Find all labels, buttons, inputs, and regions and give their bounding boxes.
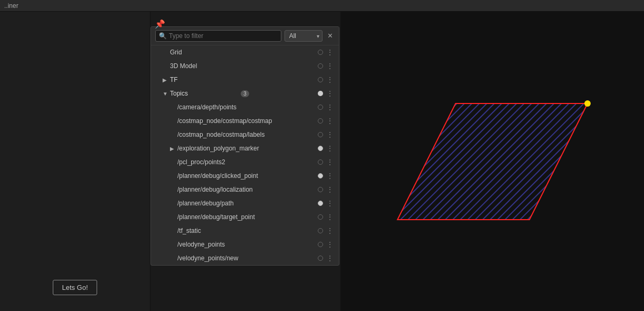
panel-header: 🔍 All Active Inactive × (151, 27, 339, 45)
item-label: /costmap_node/costmap/labels (177, 131, 318, 138)
list-item[interactable]: ▶ /exploration_polygon_marker ⋮ (151, 142, 339, 155)
status-dot (318, 146, 323, 151)
more-button[interactable]: ⋮ (325, 186, 335, 193)
more-button[interactable]: ⋮ (325, 158, 335, 166)
status-dot (318, 63, 323, 69)
topics-label: Topics (170, 90, 239, 97)
pin-icon: 📌 (155, 19, 165, 29)
topics-badge: 3 (241, 90, 249, 97)
item-label: /planner/debug/localization (177, 186, 318, 193)
more-button[interactable]: ⋮ (325, 213, 335, 221)
item-label: /planner/debug/path (177, 200, 318, 207)
item-label: Grid (170, 49, 318, 56)
main-area: Lets Go! 📌 🔍 All Active Inactive × (0, 12, 644, 311)
list-item[interactable]: /costmap_node/costmap/costmap ⋮ (151, 114, 339, 128)
item-label: /exploration_polygon_marker (177, 145, 318, 152)
status-dot (318, 228, 323, 233)
list-item[interactable]: 3D Model ⋮ (151, 59, 339, 73)
viz-svg (382, 93, 603, 230)
more-button[interactable]: ⋮ (325, 103, 335, 111)
more-button[interactable]: ⋮ (325, 227, 335, 234)
list-item[interactable]: /camera/depth/points ⋮ (151, 100, 339, 114)
viz-canvas (382, 93, 603, 230)
item-label: /camera/depth/points (177, 103, 318, 111)
more-button[interactable]: ⋮ (325, 90, 335, 97)
more-button[interactable]: ⋮ (325, 62, 335, 70)
status-dot (318, 118, 323, 124)
status-dot (318, 214, 323, 220)
panel-list: Grid ⋮ 3D Model ⋮ ▶ TF ⋮ (151, 45, 339, 265)
item-label: /velodyne_points/new (177, 255, 318, 262)
status-dot (318, 77, 323, 82)
status-dot (318, 91, 323, 96)
item-label: /pcl_proc/points2 (177, 158, 318, 166)
list-item[interactable]: /tf_static ⋮ (151, 224, 339, 238)
status-dot (318, 132, 323, 137)
status-dot (318, 201, 323, 206)
item-label: TF (170, 76, 318, 83)
filter-select-wrapper: All Active Inactive (285, 30, 323, 42)
item-label: /velodyne_points (177, 241, 318, 248)
list-item[interactable]: ▶ TF ⋮ (151, 73, 339, 87)
expand-arrow: ▶ (170, 146, 177, 152)
item-label: 3D Model (170, 62, 318, 70)
app-title: ..iner (4, 2, 18, 10)
more-button[interactable]: ⋮ (325, 241, 335, 248)
more-button[interactable]: ⋮ (325, 76, 335, 83)
item-label: /tf_static (177, 227, 318, 234)
more-button[interactable]: ⋮ (325, 117, 335, 125)
left-sidebar: Lets Go! (0, 12, 150, 311)
status-dot (318, 187, 323, 192)
expand-arrow: ▼ (163, 91, 170, 97)
item-label: /costmap_node/costmap/costmap (177, 117, 318, 125)
search-icon: 🔍 (159, 32, 167, 40)
topics-panel: 🔍 All Active Inactive × Grid (150, 26, 339, 266)
list-item[interactable]: /planner/debug/target_point ⋮ (151, 210, 339, 224)
close-button[interactable]: × (326, 31, 335, 41)
status-dot (318, 159, 323, 165)
list-item[interactable]: /velodyne_points/new ⋮ (151, 251, 339, 265)
status-dot (318, 105, 323, 110)
visualization-area (340, 12, 644, 311)
lets-go-button[interactable]: Lets Go! (53, 280, 97, 295)
top-bar: ..iner (0, 0, 644, 12)
search-wrapper: 🔍 (155, 30, 281, 42)
list-item[interactable]: /planner/debug/path ⋮ (151, 196, 339, 210)
item-label: /planner/debug/target_point (177, 213, 318, 221)
topics-section[interactable]: ▼ Topics 3 ⋮ (151, 87, 339, 100)
more-button[interactable]: ⋮ (325, 172, 335, 180)
status-dot (318, 173, 323, 178)
more-button[interactable]: ⋮ (325, 49, 335, 56)
status-dot (318, 242, 323, 247)
list-item[interactable]: /planner/debug/localization ⋮ (151, 183, 339, 196)
status-dot (318, 50, 323, 55)
list-item[interactable]: /pcl_proc/points2 ⋮ (151, 155, 339, 169)
filter-select[interactable]: All Active Inactive (285, 30, 323, 42)
list-item[interactable]: Grid ⋮ (151, 45, 339, 59)
more-button[interactable]: ⋮ (325, 131, 335, 138)
more-button[interactable]: ⋮ (325, 255, 335, 262)
panel-area: 📌 🔍 All Active Inactive × (150, 12, 340, 311)
more-button[interactable]: ⋮ (325, 200, 335, 207)
list-item[interactable]: /velodyne_points ⋮ (151, 238, 339, 251)
status-dot (318, 256, 323, 261)
search-input[interactable] (169, 32, 278, 40)
corner-dot (584, 100, 591, 107)
list-item[interactable]: /planner/debug/clicked_point ⋮ (151, 169, 339, 183)
item-label: /planner/debug/clicked_point (177, 172, 318, 180)
more-button[interactable]: ⋮ (325, 145, 335, 152)
expand-arrow: ▶ (163, 77, 170, 83)
list-item[interactable]: /costmap_node/costmap/labels ⋮ (151, 128, 339, 142)
